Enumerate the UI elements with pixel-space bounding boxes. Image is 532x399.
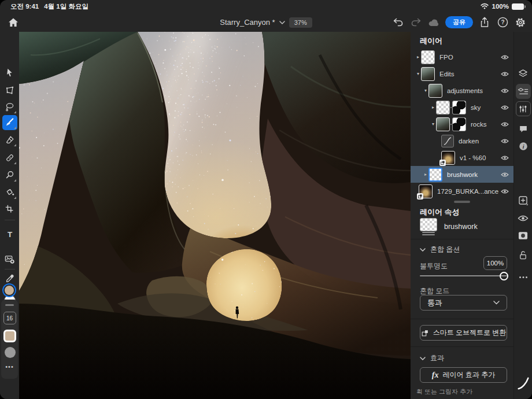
photoshop-ipad-app: 오전 9:41 4월 1일 화요일 100% Starry_Canyon * 3…: [0, 0, 532, 399]
redo-button[interactable]: [409, 16, 422, 29]
layer-row[interactable]: ▾adjustments: [411, 82, 513, 99]
eraser-tool-button[interactable]: [4, 134, 16, 146]
layer-visibility-button[interactable]: [518, 212, 529, 224]
layers-and-properties-panel: 레이어 ▸FPO▾Edits▾adjustments▸sky▾rocksdark…: [411, 32, 513, 399]
magnifier-tool-button[interactable]: [4, 169, 16, 181]
layer-thumbnail[interactable]: [436, 101, 450, 114]
sliders-icon: [518, 104, 529, 114]
group-collapsed-triangle-icon[interactable]: ▸: [415, 54, 421, 60]
layer-row[interactable]: 1729_BURKA...anced-NR33: [411, 183, 513, 200]
add-layer-effect-button[interactable]: fx 레이어 효과 추가: [420, 367, 507, 383]
group-expanded-triangle-icon[interactable]: ▾: [430, 121, 436, 127]
lock-layer-button[interactable]: [518, 249, 529, 261]
panel-drag-handle[interactable]: [5, 304, 14, 306]
convert-smart-object-label: 스마트 오브젝트로 변환: [433, 328, 507, 338]
help-button[interactable]: ?: [496, 16, 509, 29]
layer-thumbnail[interactable]: [419, 184, 433, 198]
document-canvas[interactable]: [19, 32, 411, 399]
title-chevron-icon[interactable]: [279, 21, 285, 24]
add-layer-button[interactable]: [518, 195, 529, 206]
foreground-color-chip[interactable]: [3, 285, 15, 296]
blend-mode-dropdown[interactable]: 통과: [420, 295, 507, 311]
app-toolbar: Starry_Canyon * 37% 공유 ?: [0, 13, 532, 32]
layer-visibility-toggle[interactable]: [498, 138, 511, 144]
section-divider: [411, 239, 513, 239]
more-layer-options-button[interactable]: [518, 271, 529, 283]
add-mask-button[interactable]: [518, 230, 529, 241]
fill-tool-button[interactable]: [4, 187, 16, 198]
adjustment-layer-thumbnail[interactable]: [441, 135, 454, 147]
group-expanded-triangle-icon[interactable]: ▾: [415, 71, 421, 76]
group-collapsed-triangle-icon[interactable]: ▸: [430, 105, 436, 110]
zoom-level-badge[interactable]: 37%: [289, 17, 312, 28]
brush-tool-button[interactable]: [4, 117, 16, 128]
place-photo-tool-button[interactable]: [4, 253, 16, 265]
crop-tool-button[interactable]: [4, 204, 16, 215]
layers-panel-button[interactable]: [518, 68, 529, 79]
layer-row[interactable]: ▾rocks: [411, 116, 513, 132]
info-button[interactable]: i: [518, 141, 529, 152]
layer-mask-thumbnail[interactable]: [452, 117, 466, 131]
layer-name: sky: [471, 104, 498, 111]
layer-visibility-toggle[interactable]: [498, 172, 511, 178]
undo-button[interactable]: [391, 16, 404, 29]
layer-properties-panel-button[interactable]: [518, 86, 529, 97]
layer-visibility-toggle[interactable]: [498, 121, 511, 127]
layer-visibility-toggle[interactable]: [498, 155, 511, 161]
effects-header[interactable]: 효과: [420, 353, 444, 363]
svg-text:T: T: [7, 230, 12, 239]
layer-thumbnail[interactable]: [428, 84, 442, 98]
type-tool-button[interactable]: T: [4, 228, 16, 240]
transform-tool-icon: [5, 86, 15, 96]
brush-size-value[interactable]: 16: [3, 312, 16, 324]
move-tool-button[interactable]: [4, 67, 16, 79]
panel-resize-handle[interactable]: [454, 201, 470, 203]
clock: 오전 9:41: [10, 2, 39, 11]
layer-visibility-toggle[interactable]: [498, 105, 511, 110]
layer-thumbnail[interactable]: [441, 151, 455, 165]
layer-row[interactable]: darken: [411, 132, 513, 149]
layer-visibility-toggle[interactable]: [498, 88, 511, 94]
layer-thumbnail[interactable]: [436, 117, 450, 131]
settings-button[interactable]: [514, 16, 527, 29]
more-brush-options-button[interactable]: •••: [1, 363, 18, 370]
convert-smart-object-button[interactable]: 스마트 오브젝트로 변환: [420, 325, 507, 341]
layer-visibility-toggle[interactable]: [498, 189, 511, 194]
layer-visibility-toggle[interactable]: [498, 71, 511, 77]
brush-opacity-control[interactable]: [5, 347, 16, 358]
layer-name: v1 - %60: [460, 154, 498, 161]
chevron-down-icon: [420, 357, 426, 360]
opacity-value-box[interactable]: 100%: [483, 256, 507, 270]
lasso-select-tool-button[interactable]: [4, 101, 16, 113]
adjustments-panel-button[interactable]: [518, 103, 529, 114]
corner-swipe-indicator[interactable]: [518, 376, 529, 391]
layer-row[interactable]: ▾Edits: [411, 65, 513, 82]
layer-visibility-toggle[interactable]: [498, 54, 511, 60]
opacity-slider-knob[interactable]: [500, 272, 508, 280]
cloud-icon: [428, 19, 439, 27]
cloud-sync-button[interactable]: [427, 16, 440, 29]
layer-row[interactable]: ▸FPO: [411, 49, 513, 65]
layer-thumbnail[interactable]: [428, 168, 442, 182]
home-button[interactable]: [8, 17, 19, 28]
transform-tool-button[interactable]: [4, 85, 16, 97]
export-button[interactable]: [478, 16, 491, 29]
share-button[interactable]: 공유: [445, 16, 473, 28]
opacity-slider-track[interactable]: [420, 275, 507, 276]
group-expanded-triangle-icon[interactable]: ▾: [423, 88, 428, 93]
comments-button[interactable]: [518, 123, 529, 135]
tool-flyout-indicator: [14, 197, 16, 199]
brush-color-swatch[interactable]: [3, 330, 16, 342]
eyedropper-tool-button[interactable]: [4, 273, 16, 285]
layer-row[interactable]: ▸brushwork: [411, 166, 513, 183]
layer-row[interactable]: ▸sky: [411, 99, 513, 116]
layer-thumbnail[interactable]: [421, 67, 435, 81]
layer-row[interactable]: v1 - %60: [411, 149, 513, 166]
blend-options-header[interactable]: 혼합 옵션: [420, 245, 460, 254]
layer-thumbnail[interactable]: [421, 50, 435, 64]
healing-brush-tool-button[interactable]: [4, 152, 16, 164]
eye-icon: [501, 105, 509, 110]
layer-mask-thumbnail[interactable]: [452, 101, 466, 114]
blend-mode-value: 통과: [427, 298, 442, 308]
group-collapsed-triangle-icon[interactable]: ▸: [423, 172, 428, 177]
